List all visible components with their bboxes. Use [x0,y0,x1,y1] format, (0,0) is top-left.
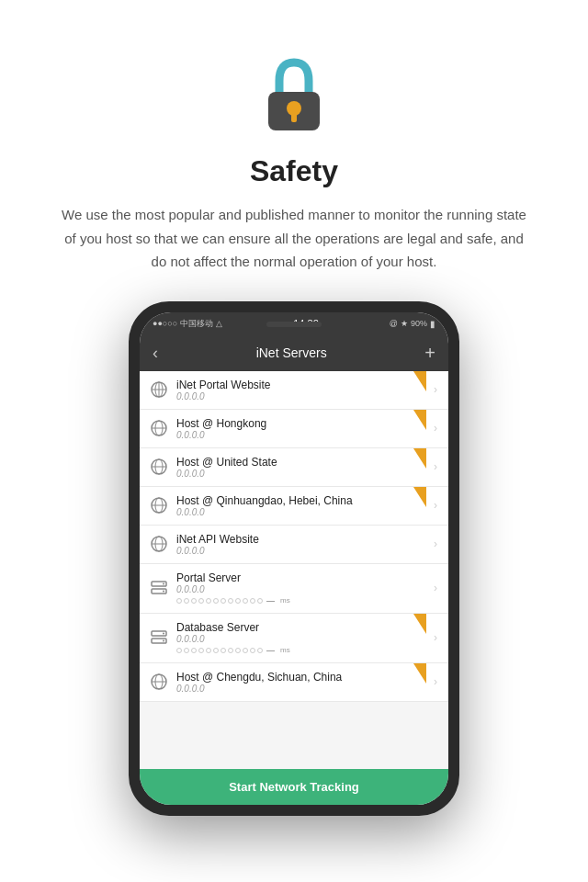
phone-body: ●●○○○ 中国移动 △ 14:32 @ ★ 90% ▮ ‹ iNet Serv… [129,301,459,816]
list-item[interactable]: iNet API Website 0.0.0.0 › [140,526,448,564]
globe-icon [149,457,169,477]
phone-mockup: ●●○○○ 中国移动 △ 14:32 @ ★ 90% ▮ ‹ iNet Serv… [0,301,588,816]
server-ip: 0.0.0.0 [176,391,423,401]
location-icon: @ [390,319,398,328]
ms-dash: — [266,596,275,605]
globe-icon [149,672,169,692]
item-content: Host @ United State 0.0.0.0 [176,456,423,479]
server-name: Host @ Chengdu, Sichuan, China [176,671,423,684]
hero-title: Safety [250,154,338,188]
chevron-icon: › [434,582,437,594]
carrier: 中国移动 [180,318,213,330]
globe-icon [149,495,169,515]
add-button[interactable]: + [424,343,435,364]
signal-dots: ●●○○○ [153,319,177,328]
item-content: Host @ Hongkong 0.0.0.0 [176,417,423,440]
item-content: Host @ Qinhuangdao, Hebei, China 0.0.0.0 [176,494,423,517]
globe-icon [149,418,169,438]
server-icon [149,628,169,648]
svg-point-25 [163,633,164,635]
nav-title: iNet Servers [256,345,327,360]
start-tracking-button[interactable]: Start Network Tracking [140,769,448,805]
list-item[interactable]: Host @ Chengdu, Sichuan, China 0.0.0.0 › [140,663,448,702]
list-item[interactable]: Portal Server 0.0.0.0 — ms › [140,564,448,614]
hero-section: Safety We use the most popular and publi… [0,0,588,274]
server-name: Database Server [176,621,423,634]
list-item[interactable]: iNet Portal Website 0.0.0.0 › [140,371,448,410]
chevron-icon: › [434,631,437,644]
list-item[interactable]: Database Server 0.0.0.0 — ms › [140,614,448,663]
server-name: iNet API Website [176,533,423,546]
list-item[interactable]: Host @ Hongkong 0.0.0.0 › [140,410,448,448]
warning-badge [413,487,426,507]
server-name: Portal Server [176,571,423,584]
battery-level: 90% [411,319,427,328]
server-name: Host @ United State [176,456,423,469]
status-right: @ ★ 90% ▮ [390,319,435,329]
svg-point-26 [163,640,164,642]
server-ip: 0.0.0.0 [176,634,423,644]
chevron-icon: › [434,422,437,435]
ping-dots: — ms [176,646,423,655]
svg-point-22 [163,591,164,593]
server-ip: 0.0.0.0 [176,507,423,517]
ping-dots: — ms [176,596,423,605]
server-ip: 0.0.0.0 [176,584,423,594]
chevron-icon: › [434,460,437,473]
warning-badge [413,448,426,469]
item-content: iNet Portal Website 0.0.0.0 [176,379,423,401]
item-content: iNet API Website 0.0.0.0 [176,533,423,556]
chevron-icon: › [434,383,437,396]
warning-badge [413,663,426,684]
chevron-icon: › [434,675,437,688]
server-ip: 0.0.0.0 [176,546,423,556]
warning-badge [413,410,426,430]
battery-icon: ▮ [430,319,435,329]
server-ip: 0.0.0.0 [176,684,423,694]
back-button[interactable]: ‹ [153,344,158,363]
item-content: Database Server 0.0.0.0 — ms [176,621,423,655]
warning-badge [413,614,426,634]
server-ip: 0.0.0.0 [176,430,423,440]
ms-label: ms [280,646,290,654]
status-left: ●●○○○ 中国移动 △ [153,318,222,330]
item-content: Host @ Chengdu, Sichuan, China 0.0.0.0 [176,671,423,694]
server-name: iNet Portal Website [176,379,423,391]
phone-speaker [266,322,322,327]
bluetooth-icon: ★ [401,319,408,328]
hero-description: We use the most popular and published ma… [0,203,588,274]
chevron-icon: › [434,537,437,550]
svg-point-21 [163,583,164,585]
ms-label: ms [280,596,290,605]
ms-dash: — [266,646,275,655]
wifi-icon: △ [216,319,222,328]
server-name: Host @ Hongkong [176,417,423,430]
svg-rect-2 [291,113,297,122]
list-item[interactable]: Host @ United State 0.0.0.0 › [140,448,448,487]
item-content: Portal Server 0.0.0.0 — ms [176,571,423,605]
warning-badge [413,371,426,391]
globe-icon [149,379,169,400]
nav-bar: ‹ iNet Servers + [140,335,448,371]
server-ip: 0.0.0.0 [176,469,423,479]
chevron-icon: › [434,499,437,512]
server-name: Host @ Qinhuangdao, Hebei, China [176,494,423,507]
globe-icon [149,534,169,554]
server-icon [149,578,169,598]
list-item[interactable]: Host @ Qinhuangdao, Hebei, China 0.0.0.0… [140,487,448,526]
server-list: iNet Portal Website 0.0.0.0 › Host @ Hon… [140,371,448,769]
lock-icon [257,55,331,138]
phone-screen: ●●○○○ 中国移动 △ 14:32 @ ★ 90% ▮ ‹ iNet Serv… [140,312,448,805]
